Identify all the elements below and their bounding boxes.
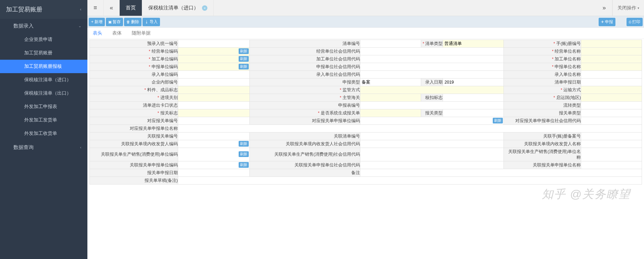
- input-entry-code[interactable]: [178, 71, 250, 78]
- refresh-button[interactable]: 刷新: [493, 118, 503, 123]
- input-entry-scc[interactable]: [360, 71, 504, 78]
- input-entry-date[interactable]: [443, 79, 504, 86]
- input-assoc-book-no[interactable]: [581, 133, 642, 140]
- print-button[interactable]: ⎙打印: [627, 18, 643, 26]
- chevron-left-icon[interactable]: ‹: [80, 7, 81, 12]
- refresh-button[interactable]: 刷新: [239, 56, 249, 62]
- input-declare-type[interactable]: [360, 79, 421, 86]
- input-rel-decl-unit-scc[interactable]: [581, 117, 642, 124]
- input-origin-country[interactable]: [581, 94, 642, 101]
- input-list-declare-date[interactable]: [581, 79, 642, 86]
- input-assoc-declarer-name[interactable]: [581, 161, 642, 169]
- sidebar-item-qualification[interactable]: 企业资质申请: [0, 33, 87, 46]
- val-declare-type: [360, 79, 421, 86]
- input-material-flag[interactable]: [178, 86, 250, 94]
- tab-label: 首页: [126, 5, 136, 11]
- menu-group-entry[interactable]: 数据录入 ⌄: [0, 19, 87, 33]
- input-assoc-consignee-name[interactable]: [581, 140, 642, 148]
- lbl-draft-remark: 报关单草稿(备注): [90, 177, 178, 185]
- tabs-next-icon[interactable]: »: [596, 0, 612, 16]
- val-operator-name: [581, 48, 642, 55]
- input-deduct-flag[interactable]: [443, 94, 504, 101]
- save-button[interactable]: ▣暂存: [106, 18, 123, 26]
- input-sys-gen[interactable]: [360, 109, 421, 117]
- input-customs-type[interactable]: [443, 109, 504, 117]
- tabs-prev-icon[interactable]: «: [104, 0, 120, 16]
- val-declare-sheet-no: [360, 102, 504, 109]
- lbl-origin-country: 启运国(地区): [504, 94, 581, 102]
- input-draft-remark[interactable]: [178, 177, 642, 184]
- input-circulation-type[interactable]: [581, 102, 642, 109]
- add-button[interactable]: + 新增: [89, 18, 105, 26]
- val-entry-date: [443, 79, 504, 86]
- input-rel-decl-unit-name[interactable]: [178, 125, 642, 132]
- input-declarer-scc[interactable]: [360, 63, 504, 70]
- sidebar-item-tradebook[interactable]: 加工贸易账册: [0, 46, 87, 60]
- sidebar-item-label: 保税核注清单（进口）: [24, 77, 71, 83]
- input-supervision[interactable]: [360, 86, 504, 94]
- input-rel-decl-unit-code[interactable]: [360, 117, 504, 124]
- refresh-button[interactable]: 刷新: [239, 48, 249, 54]
- lbl-operator-code: 经营单位编码: [90, 48, 178, 55]
- lbl-entry-name: 录入单位名称: [504, 71, 581, 79]
- input-assoc-consignee-scc[interactable]: [360, 140, 504, 148]
- input-book-no[interactable]: [581, 40, 642, 47]
- tab-home[interactable]: 首页: [120, 0, 142, 16]
- sidebar-item-outward-ship[interactable]: 外发加工发货单: [0, 113, 87, 127]
- sidebar-item-bonded-export[interactable]: 保税核注清单（出口）: [0, 87, 87, 100]
- input-internal-no[interactable]: [178, 79, 250, 86]
- input-assoc-prod-name[interactable]: [581, 151, 642, 158]
- input-operator-scc[interactable]: [360, 48, 504, 55]
- menu-toggle-icon[interactable]: ≡: [87, 0, 104, 16]
- tab-current[interactable]: 保税核注清单（进口） ×: [142, 0, 214, 16]
- input-entry-name[interactable]: [581, 71, 642, 78]
- input-remark[interactable]: [360, 169, 642, 176]
- input-assoc-decl-no[interactable]: [178, 133, 250, 140]
- input-operator-name[interactable]: [581, 48, 642, 55]
- input-gate-status[interactable]: [178, 102, 250, 109]
- input-declarer-name[interactable]: [581, 63, 642, 70]
- input-processor-scc[interactable]: [360, 55, 504, 63]
- menu-group-label: 数据录入: [13, 23, 34, 29]
- lbl-declarer-code: 申报单位编码: [90, 63, 178, 71]
- refresh-button[interactable]: 刷新: [239, 151, 249, 157]
- sidebar-item-tradebook-audit[interactable]: 加工贸易账册报核: [0, 60, 87, 73]
- btn-label: 删除: [131, 19, 139, 25]
- form-scroll[interactable]: 预录入统一编号 清单编号 清单类型 手(账)册编号 经营单位编码 刷新 经营单位…: [87, 39, 644, 259]
- close-operations-dropdown[interactable]: 关闭操作 ▾: [612, 0, 644, 16]
- delete-button[interactable]: 🗑删除: [124, 18, 142, 26]
- sidebar-item-outward-declare[interactable]: 外发加工申报表: [0, 100, 87, 113]
- close-icon[interactable]: ×: [202, 5, 207, 11]
- input-decl-form-type[interactable]: [581, 109, 642, 117]
- lbl-circulation-type: 流转类型: [504, 102, 581, 109]
- lbl-remark: 备注: [250, 169, 360, 177]
- declare-button[interactable]: ✈申报: [599, 18, 615, 26]
- refresh-button[interactable]: 刷新: [239, 141, 249, 147]
- sidebar-item-bonded-import[interactable]: 保税核注清单（进口）: [0, 73, 87, 87]
- subtab-header[interactable]: 表头: [91, 29, 104, 38]
- input-assoc-declarer-scc[interactable]: [360, 161, 504, 169]
- sidebar-item-outward-receive[interactable]: 外发加工收货单: [0, 127, 87, 140]
- input-customs[interactable]: [360, 94, 421, 101]
- input-port[interactable]: [178, 94, 250, 101]
- subtab-attachments[interactable]: 随附单据: [130, 29, 153, 38]
- lbl-assoc-consignee-code: 关联报关单境内收发货人编码: [90, 140, 178, 148]
- input-customs-flag[interactable]: [178, 109, 250, 117]
- input-list-type[interactable]: [443, 40, 504, 47]
- menu-group-query[interactable]: 数据查询 ‹: [0, 140, 87, 154]
- input-decl-date[interactable]: [178, 169, 250, 176]
- input-preentry-no[interactable]: [178, 40, 250, 47]
- refresh-button[interactable]: 刷新: [239, 162, 249, 168]
- input-rel-decl-no[interactable]: [178, 117, 250, 124]
- import-icon: ⭳: [145, 20, 149, 24]
- input-transport[interactable]: [581, 86, 642, 94]
- input-list-no[interactable]: [360, 40, 421, 47]
- val-assoc-prod-name: [581, 148, 642, 161]
- input-assoc-prod-scc[interactable]: [360, 151, 504, 158]
- import-button[interactable]: ⭳导入: [143, 18, 160, 26]
- input-processor-name[interactable]: [581, 55, 642, 63]
- input-assoc-list-no[interactable]: [360, 133, 504, 140]
- subtab-body[interactable]: 表体: [110, 29, 124, 38]
- input-declare-sheet-no[interactable]: [360, 102, 504, 109]
- refresh-button[interactable]: 刷新: [239, 64, 249, 69]
